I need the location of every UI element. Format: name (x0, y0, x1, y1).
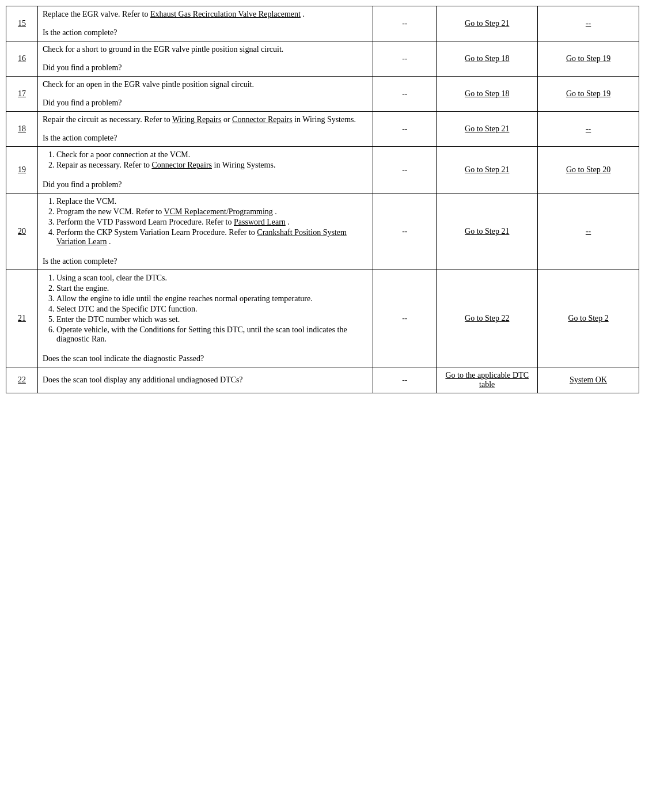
action-description: Check for a poor connection at the VCM.R… (37, 147, 373, 193)
no-action[interactable]: -- (538, 6, 639, 41)
step-number: 18 (6, 112, 38, 147)
diagnostic-table: 15Replace the EGR valve. Refer to Exhaus… (6, 6, 639, 393)
action-description: Repair the circuit as necessary. Refer t… (37, 112, 373, 147)
no-action[interactable]: Go to Step 19 (538, 77, 639, 112)
yes-action[interactable]: Go to Step 22 (437, 270, 538, 367)
action-description: Replace the EGR valve. Refer to Exhaust … (37, 6, 373, 41)
yes-action[interactable]: Go to Step 18 (437, 41, 538, 77)
value-cell: -- (373, 270, 437, 367)
value-cell: -- (373, 112, 437, 147)
yes-action[interactable]: Go to Step 21 (437, 112, 538, 147)
no-action[interactable]: Go to Step 2 (538, 270, 639, 367)
step-number: 20 (6, 193, 38, 270)
no-action[interactable]: System OK (538, 367, 639, 393)
step-number: 21 (6, 270, 38, 367)
no-action[interactable]: -- (538, 193, 639, 270)
value-cell: -- (373, 77, 437, 112)
step-number: 15 (6, 6, 38, 41)
value-cell: -- (373, 367, 437, 393)
action-description: Does the scan tool display any additiona… (37, 367, 373, 393)
action-description: Replace the VCM.Program the new VCM. Ref… (37, 193, 373, 270)
yes-action[interactable]: Go to Step 21 (437, 193, 538, 270)
action-description: Check for a short to ground in the EGR v… (37, 41, 373, 77)
no-action[interactable]: Go to Step 20 (538, 147, 639, 193)
no-action[interactable]: -- (538, 112, 639, 147)
value-cell: -- (373, 147, 437, 193)
no-action[interactable]: Go to Step 19 (538, 41, 639, 77)
yes-action[interactable]: Go to Step 18 (437, 77, 538, 112)
value-cell: -- (373, 193, 437, 270)
yes-action[interactable]: Go to Step 21 (437, 147, 538, 193)
step-number: 22 (6, 367, 38, 393)
step-number: 19 (6, 147, 38, 193)
value-cell: -- (373, 41, 437, 77)
step-number: 17 (6, 77, 38, 112)
step-number: 16 (6, 41, 38, 77)
yes-action[interactable]: Go to Step 21 (437, 6, 538, 41)
action-description: Check for an open in the EGR valve pintl… (37, 77, 373, 112)
value-cell: -- (373, 6, 437, 41)
yes-action[interactable]: Go to the applicable DTC table (437, 367, 538, 393)
action-description: Using a scan tool, clear the DTCs.Start … (37, 270, 373, 367)
